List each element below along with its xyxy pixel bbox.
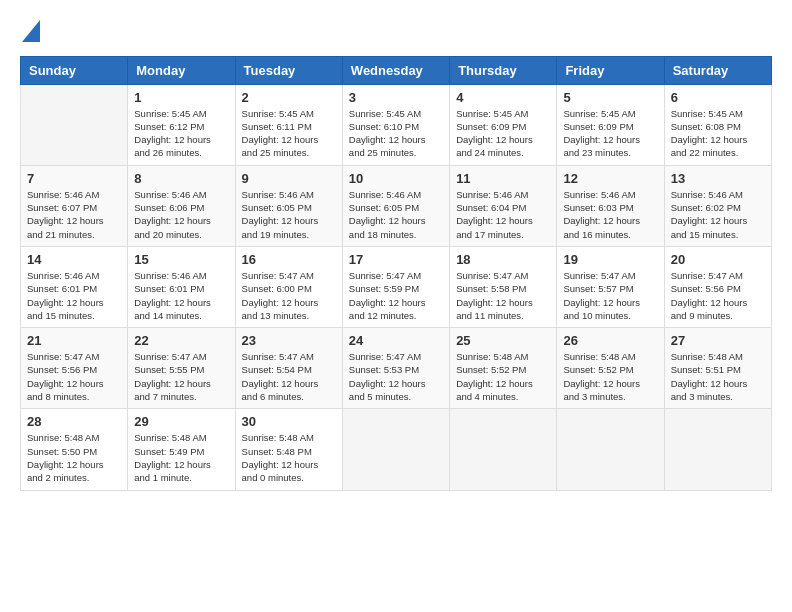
day-number: 26 [563, 333, 657, 348]
calendar-weekday-header: Wednesday [342, 56, 449, 84]
day-number: 9 [242, 171, 336, 186]
day-number: 2 [242, 90, 336, 105]
day-info: Sunrise: 5:45 AM Sunset: 6:10 PM Dayligh… [349, 107, 443, 160]
svg-marker-0 [22, 20, 40, 42]
day-info: Sunrise: 5:46 AM Sunset: 6:01 PM Dayligh… [134, 269, 228, 322]
calendar-weekday-header: Thursday [450, 56, 557, 84]
calendar-day-cell: 24Sunrise: 5:47 AM Sunset: 5:53 PM Dayli… [342, 328, 449, 409]
day-info: Sunrise: 5:46 AM Sunset: 6:03 PM Dayligh… [563, 188, 657, 241]
day-number: 16 [242, 252, 336, 267]
calendar-day-cell: 1Sunrise: 5:45 AM Sunset: 6:12 PM Daylig… [128, 84, 235, 165]
day-number: 12 [563, 171, 657, 186]
calendar-day-cell [21, 84, 128, 165]
day-info: Sunrise: 5:46 AM Sunset: 6:02 PM Dayligh… [671, 188, 765, 241]
day-number: 29 [134, 414, 228, 429]
calendar-weekday-header: Friday [557, 56, 664, 84]
day-info: Sunrise: 5:48 AM Sunset: 5:48 PM Dayligh… [242, 431, 336, 484]
calendar-weekday-header: Monday [128, 56, 235, 84]
day-number: 13 [671, 171, 765, 186]
calendar-day-cell: 25Sunrise: 5:48 AM Sunset: 5:52 PM Dayli… [450, 328, 557, 409]
calendar-day-cell: 17Sunrise: 5:47 AM Sunset: 5:59 PM Dayli… [342, 246, 449, 327]
day-info: Sunrise: 5:47 AM Sunset: 5:53 PM Dayligh… [349, 350, 443, 403]
day-number: 14 [27, 252, 121, 267]
day-number: 23 [242, 333, 336, 348]
day-number: 6 [671, 90, 765, 105]
day-info: Sunrise: 5:45 AM Sunset: 6:09 PM Dayligh… [456, 107, 550, 160]
day-info: Sunrise: 5:48 AM Sunset: 5:51 PM Dayligh… [671, 350, 765, 403]
calendar-day-cell: 12Sunrise: 5:46 AM Sunset: 6:03 PM Dayli… [557, 165, 664, 246]
day-info: Sunrise: 5:45 AM Sunset: 6:11 PM Dayligh… [242, 107, 336, 160]
calendar-day-cell: 5Sunrise: 5:45 AM Sunset: 6:09 PM Daylig… [557, 84, 664, 165]
calendar-day-cell: 16Sunrise: 5:47 AM Sunset: 6:00 PM Dayli… [235, 246, 342, 327]
calendar-weekday-header: Sunday [21, 56, 128, 84]
calendar-day-cell: 27Sunrise: 5:48 AM Sunset: 5:51 PM Dayli… [664, 328, 771, 409]
calendar-day-cell: 23Sunrise: 5:47 AM Sunset: 5:54 PM Dayli… [235, 328, 342, 409]
day-info: Sunrise: 5:47 AM Sunset: 5:56 PM Dayligh… [27, 350, 121, 403]
day-number: 17 [349, 252, 443, 267]
day-number: 22 [134, 333, 228, 348]
page-header [20, 20, 772, 46]
day-number: 25 [456, 333, 550, 348]
day-number: 1 [134, 90, 228, 105]
day-info: Sunrise: 5:47 AM Sunset: 5:58 PM Dayligh… [456, 269, 550, 322]
calendar-day-cell: 19Sunrise: 5:47 AM Sunset: 5:57 PM Dayli… [557, 246, 664, 327]
calendar-day-cell: 28Sunrise: 5:48 AM Sunset: 5:50 PM Dayli… [21, 409, 128, 490]
day-info: Sunrise: 5:46 AM Sunset: 6:05 PM Dayligh… [349, 188, 443, 241]
calendar-day-cell: 29Sunrise: 5:48 AM Sunset: 5:49 PM Dayli… [128, 409, 235, 490]
day-info: Sunrise: 5:47 AM Sunset: 5:59 PM Dayligh… [349, 269, 443, 322]
day-number: 24 [349, 333, 443, 348]
calendar-week-row: 7Sunrise: 5:46 AM Sunset: 6:07 PM Daylig… [21, 165, 772, 246]
logo-arrow-icon [22, 20, 40, 42]
day-number: 30 [242, 414, 336, 429]
day-info: Sunrise: 5:47 AM Sunset: 6:00 PM Dayligh… [242, 269, 336, 322]
calendar-day-cell: 13Sunrise: 5:46 AM Sunset: 6:02 PM Dayli… [664, 165, 771, 246]
day-info: Sunrise: 5:46 AM Sunset: 6:04 PM Dayligh… [456, 188, 550, 241]
day-info: Sunrise: 5:48 AM Sunset: 5:49 PM Dayligh… [134, 431, 228, 484]
day-number: 15 [134, 252, 228, 267]
calendar-week-row: 21Sunrise: 5:47 AM Sunset: 5:56 PM Dayli… [21, 328, 772, 409]
day-info: Sunrise: 5:48 AM Sunset: 5:52 PM Dayligh… [456, 350, 550, 403]
calendar-day-cell: 30Sunrise: 5:48 AM Sunset: 5:48 PM Dayli… [235, 409, 342, 490]
day-info: Sunrise: 5:45 AM Sunset: 6:09 PM Dayligh… [563, 107, 657, 160]
calendar-day-cell: 7Sunrise: 5:46 AM Sunset: 6:07 PM Daylig… [21, 165, 128, 246]
day-info: Sunrise: 5:46 AM Sunset: 6:07 PM Dayligh… [27, 188, 121, 241]
day-number: 8 [134, 171, 228, 186]
day-number: 18 [456, 252, 550, 267]
calendar-day-cell: 26Sunrise: 5:48 AM Sunset: 5:52 PM Dayli… [557, 328, 664, 409]
calendar-day-cell: 15Sunrise: 5:46 AM Sunset: 6:01 PM Dayli… [128, 246, 235, 327]
calendar-day-cell: 22Sunrise: 5:47 AM Sunset: 5:55 PM Dayli… [128, 328, 235, 409]
calendar-day-cell: 3Sunrise: 5:45 AM Sunset: 6:10 PM Daylig… [342, 84, 449, 165]
day-info: Sunrise: 5:46 AM Sunset: 6:01 PM Dayligh… [27, 269, 121, 322]
calendar-day-cell [342, 409, 449, 490]
calendar-day-cell: 20Sunrise: 5:47 AM Sunset: 5:56 PM Dayli… [664, 246, 771, 327]
calendar-day-cell: 14Sunrise: 5:46 AM Sunset: 6:01 PM Dayli… [21, 246, 128, 327]
day-number: 20 [671, 252, 765, 267]
day-info: Sunrise: 5:45 AM Sunset: 6:12 PM Dayligh… [134, 107, 228, 160]
calendar-body: 1Sunrise: 5:45 AM Sunset: 6:12 PM Daylig… [21, 84, 772, 490]
day-number: 28 [27, 414, 121, 429]
day-number: 3 [349, 90, 443, 105]
day-info: Sunrise: 5:47 AM Sunset: 5:54 PM Dayligh… [242, 350, 336, 403]
day-number: 21 [27, 333, 121, 348]
calendar-week-row: 1Sunrise: 5:45 AM Sunset: 6:12 PM Daylig… [21, 84, 772, 165]
day-info: Sunrise: 5:47 AM Sunset: 5:55 PM Dayligh… [134, 350, 228, 403]
day-info: Sunrise: 5:47 AM Sunset: 5:57 PM Dayligh… [563, 269, 657, 322]
calendar-day-cell: 11Sunrise: 5:46 AM Sunset: 6:04 PM Dayli… [450, 165, 557, 246]
calendar-week-row: 28Sunrise: 5:48 AM Sunset: 5:50 PM Dayli… [21, 409, 772, 490]
calendar-header-row: SundayMondayTuesdayWednesdayThursdayFrid… [21, 56, 772, 84]
day-info: Sunrise: 5:46 AM Sunset: 6:06 PM Dayligh… [134, 188, 228, 241]
calendar-table: SundayMondayTuesdayWednesdayThursdayFrid… [20, 56, 772, 491]
day-number: 10 [349, 171, 443, 186]
day-number: 19 [563, 252, 657, 267]
calendar-day-cell: 21Sunrise: 5:47 AM Sunset: 5:56 PM Dayli… [21, 328, 128, 409]
calendar-weekday-header: Saturday [664, 56, 771, 84]
day-number: 7 [27, 171, 121, 186]
calendar-day-cell: 8Sunrise: 5:46 AM Sunset: 6:06 PM Daylig… [128, 165, 235, 246]
day-info: Sunrise: 5:48 AM Sunset: 5:52 PM Dayligh… [563, 350, 657, 403]
calendar-day-cell: 9Sunrise: 5:46 AM Sunset: 6:05 PM Daylig… [235, 165, 342, 246]
calendar-weekday-header: Tuesday [235, 56, 342, 84]
calendar-day-cell: 6Sunrise: 5:45 AM Sunset: 6:08 PM Daylig… [664, 84, 771, 165]
calendar-day-cell [664, 409, 771, 490]
day-number: 11 [456, 171, 550, 186]
day-info: Sunrise: 5:47 AM Sunset: 5:56 PM Dayligh… [671, 269, 765, 322]
